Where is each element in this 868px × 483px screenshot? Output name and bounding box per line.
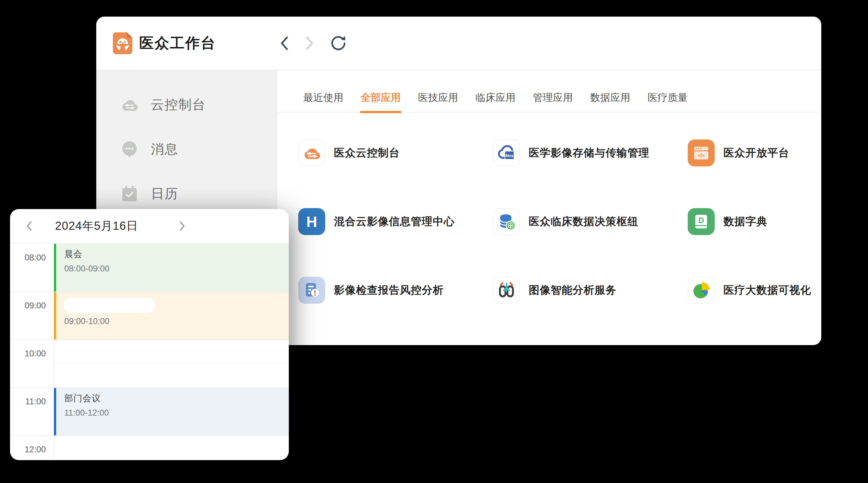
svg-text:Mos: Mos — [505, 154, 513, 158]
app-label: 医众开放平台 — [723, 146, 789, 160]
chevron-right-icon — [305, 36, 314, 51]
svg-text:H: H — [306, 214, 317, 230]
app-item-imaging-storage[interactable]: Mos 医学影像存储与传输管理 — [493, 139, 688, 166]
cloud-sliders-icon — [298, 139, 325, 166]
window-title: 医众工作台 — [139, 34, 216, 53]
app-label: 医疗大数据可视化 — [723, 283, 811, 297]
svg-text:</>: </> — [698, 153, 705, 158]
app-label: 混合云影像信息管理中心 — [334, 215, 455, 229]
sidebar-item-label: 云控制台 — [151, 96, 206, 114]
refresh-icon — [331, 35, 346, 51]
app-item-image-ai-analysis[interactable]: 图像智能分析服务 — [493, 277, 688, 304]
forward-button[interactable] — [305, 36, 314, 51]
dictionary-book-icon: D — [688, 208, 715, 235]
app-label: 医众临床数据决策枢纽 — [529, 215, 639, 229]
app-item-hybrid-cloud-center[interactable]: H 混合云影像信息管理中心 — [298, 208, 493, 235]
app-item-bigdata-visualization[interactable]: 医疗大数据可视化 — [688, 277, 821, 304]
time-label: 12:00 — [10, 445, 46, 454]
chevron-left-icon — [280, 36, 288, 51]
half-hour-gridline — [55, 363, 289, 364]
svg-text:D: D — [699, 216, 704, 225]
back-button[interactable] — [280, 36, 288, 51]
sidebar-item-label: 日历 — [151, 185, 179, 202]
tab-bar: 最近使用 全部应用 医技应用 临床应用 管理应用 数据应用 医疗质量 — [277, 70, 821, 112]
event-title: 晨会 — [64, 248, 289, 260]
app-item-data-dictionary[interactable]: D 数据字典 — [688, 208, 821, 235]
tab-clinical-apps[interactable]: 临床应用 — [475, 91, 516, 104]
lungs-icon — [493, 277, 520, 304]
event-time: 09:00-10:00 — [64, 317, 289, 326]
calendar-icon — [121, 185, 138, 202]
message-icon — [121, 140, 138, 158]
app-label: 影像检查报告风控分析 — [334, 283, 444, 297]
app-item-clinical-data-hub[interactable]: 医众临床数据决策枢纽 — [493, 208, 688, 235]
calendar-panel: 2024年5月16日 08:00 09:00 10:00 11:00 12:00 — [10, 209, 289, 460]
redacted-event-title — [64, 298, 155, 313]
tab-quality[interactable]: 医疗质量 — [648, 91, 688, 104]
window-header: 医众工作台 — [96, 17, 821, 70]
calendar-prev-day-button[interactable] — [25, 220, 34, 232]
tab-all-apps[interactable]: 全部应用 — [361, 91, 401, 104]
calendar-header: 2024年5月16日 — [10, 209, 289, 244]
sidebar-item-calendar[interactable]: 日历 — [96, 185, 276, 203]
event-time: 08:00-09:00 — [64, 264, 289, 273]
app-label: 数据字典 — [723, 215, 767, 229]
calendar-next-day-button[interactable] — [178, 220, 187, 232]
tab-recent[interactable]: 最近使用 — [303, 91, 343, 104]
event-time: 11:00-12:00 — [64, 408, 289, 418]
app-item-cloud-console[interactable]: 医众云控制台 — [298, 139, 493, 166]
letter-h-icon: H — [298, 208, 325, 235]
sidebar-item-cloud-console[interactable]: 云控制台 — [96, 96, 276, 114]
cloud-settings-icon — [121, 96, 138, 114]
app-label: 图像智能分析服务 — [529, 283, 617, 297]
time-label: 08:00 — [10, 253, 46, 263]
content-area: 最近使用 全部应用 医技应用 临床应用 管理应用 数据应用 医疗质量 — [277, 70, 821, 345]
time-label: 11:00 — [10, 397, 46, 407]
database-plus-icon — [493, 208, 520, 235]
report-warning-icon — [298, 277, 325, 304]
event-title: 部门会议 — [64, 392, 289, 404]
hour-gridline — [10, 340, 289, 340]
calendar-event-morning-meeting[interactable]: 晨会 08:00-09:00 — [54, 244, 289, 291]
refresh-button[interactable] — [331, 35, 346, 51]
app-label: 医学影像存储与传输管理 — [529, 146, 649, 160]
app-label: 医众云控制台 — [334, 146, 400, 160]
app-item-report-risk-analysis[interactable]: 影像检查报告风控分析 — [298, 277, 493, 304]
app-grid: 医众云控制台 Mos 医学影像存储与传输管理 — [277, 112, 821, 304]
app-item-open-platform[interactable]: </> 医众开放平台 — [688, 139, 821, 166]
chevron-left-icon — [26, 221, 32, 231]
open-platform-code-icon: </> — [688, 139, 715, 166]
calendar-event-department-meeting[interactable]: 部门会议 11:00-12:00 — [54, 388, 289, 436]
calendar-day-grid: 08:00 09:00 10:00 11:00 12:00 晨会 08:00-0… — [10, 244, 289, 459]
cloud-mos-icon: Mos — [493, 139, 520, 166]
tab-medtech-apps[interactable]: 医技应用 — [418, 91, 458, 104]
tab-admin-apps[interactable]: 管理应用 — [533, 91, 573, 104]
sidebar-item-messages[interactable]: 消息 — [96, 140, 276, 158]
app-logo-icon — [113, 32, 132, 54]
hour-gridline — [10, 436, 289, 436]
chevron-right-icon — [179, 221, 185, 231]
sidebar-item-label: 消息 — [151, 140, 179, 158]
pie-chart-icon — [688, 277, 715, 304]
window-nav — [280, 35, 346, 51]
stage: 医众工作台 — [0, 0, 868, 483]
calendar-event-redacted[interactable]: 09:00-10:00 — [54, 292, 289, 340]
time-label: 10:00 — [10, 349, 46, 359]
time-label: 09:00 — [10, 301, 46, 311]
tab-data-apps[interactable]: 数据应用 — [590, 91, 630, 104]
calendar-date-title: 2024年5月16日 — [34, 218, 159, 234]
